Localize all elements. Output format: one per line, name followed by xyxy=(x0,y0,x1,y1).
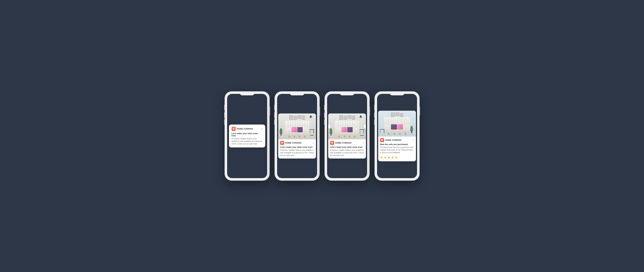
rich-notification-card-2: HOME FURNISH × Lets's make your wish com… xyxy=(278,114,316,158)
picture-frame-3-2 xyxy=(344,116,347,120)
notification-image-2 xyxy=(278,114,316,139)
wall-decor-3 xyxy=(339,115,355,120)
rating-stars[interactable]: ★ ★ ★ ★ ★ xyxy=(380,155,414,159)
sofa-back-3 xyxy=(335,121,359,127)
notification-body-1: Hi Emma. Captain Sofa in your wishlist i… xyxy=(232,137,263,145)
notification-body-2: Hi Emma. Captain Sofa in your wishlist i… xyxy=(280,149,314,157)
star-4[interactable]: ★ xyxy=(391,155,394,159)
rich-header-4: HOME FURNISH × xyxy=(378,136,416,142)
close-button-3[interactable]: × xyxy=(362,141,364,144)
notification-body-4: Hi Emma! How has your experience with Ca… xyxy=(380,146,414,154)
rich-notification-card-3: ‹ › HOME FURNISH × Lets's m xyxy=(328,114,366,158)
phone-notch-3 xyxy=(340,92,354,95)
star-5[interactable]: ★ xyxy=(395,155,398,159)
cushion-4-2 xyxy=(403,124,409,130)
app-logo-icon-4 xyxy=(381,139,383,141)
phone-notch-4 xyxy=(390,92,404,95)
header-left-3: HOME FURNISH xyxy=(330,141,352,145)
phone-notch-2 xyxy=(290,92,304,95)
app-name-4: HOME FURNISH xyxy=(385,139,402,141)
star-1[interactable]: ★ xyxy=(380,155,383,159)
floor-line-4 xyxy=(378,135,416,135)
app-icon-4 xyxy=(380,138,384,142)
table-leg-3-2 xyxy=(364,130,364,134)
picture-frame-3-4 xyxy=(352,116,355,120)
notification-title-1: Let's make your wish come true! xyxy=(232,132,263,137)
notification-title-2: Lets's make your wish come true! xyxy=(280,146,314,148)
cushion-4-floral xyxy=(397,124,403,130)
notification-body-3: Hi Emma. Captain Sofa in your wishlist i… xyxy=(330,149,364,157)
sofa-scene-4 xyxy=(378,111,416,136)
phone-2: HOME FURNISH × Lets's make your wish com… xyxy=(275,92,319,180)
table-legs-3 xyxy=(360,130,364,134)
app-icon-3 xyxy=(330,141,334,145)
sofa-cushions-3 xyxy=(335,127,359,132)
wall-decor-2 xyxy=(289,115,305,120)
notification-image-3: ‹ › xyxy=(328,114,366,139)
sofa-cushions-4 xyxy=(384,124,410,130)
close-button-1[interactable]: × xyxy=(261,128,262,130)
app-name-2: HOME FURNISH xyxy=(285,142,302,144)
cushion-3-accent xyxy=(347,127,353,132)
phone-screen-1: HOME FURNISH × Let's make your wish come… xyxy=(227,94,267,178)
picture-frame-3-1 xyxy=(339,115,343,120)
header-left-2: HOME FURNISH xyxy=(280,141,302,145)
wall-decor-4 xyxy=(391,113,403,117)
notification-title-4: Rate the sofa you purchased xyxy=(380,143,414,145)
rich-content-4: Rate the sofa you purchased Hi Emma! How… xyxy=(378,142,416,161)
header-left-4: HOME FURNISH xyxy=(380,138,402,142)
app-logo-icon-3 xyxy=(331,141,334,144)
floor-line-3 xyxy=(328,137,366,137)
sofa-seat-2 xyxy=(285,132,309,136)
star-3[interactable]: ★ xyxy=(388,155,390,159)
cushion-3-1 xyxy=(336,127,341,132)
table-shelf xyxy=(310,135,314,136)
cushion-3-2 xyxy=(353,127,358,132)
phones-container: HOME FURNISH × Let's make your wish come… xyxy=(225,92,419,180)
plant-2 xyxy=(280,128,282,136)
side-table-3 xyxy=(360,129,364,136)
table-leg-2 xyxy=(314,130,314,134)
picture-frame-4 xyxy=(302,116,305,120)
rich-notification-card-4: HOME FURNISH × Rate the sofa you purchas… xyxy=(378,111,416,161)
rich-content-3: Lets's make your wish come true! Hi Emma… xyxy=(328,145,366,158)
star-2[interactable]: ★ xyxy=(384,155,387,159)
rich-header-2: HOME FURNISH × xyxy=(278,139,316,145)
phone-notch-1 xyxy=(240,92,254,95)
floor-line-2 xyxy=(278,137,316,137)
sofa-2 xyxy=(285,121,309,137)
sofa-4 xyxy=(384,117,410,135)
close-button-4[interactable]: × xyxy=(412,139,414,141)
header-left-1: HOME FURNISH xyxy=(232,127,253,131)
picture-frame-4-2 xyxy=(400,113,403,117)
phone-screen-2: HOME FURNISH × Lets's make your wish com… xyxy=(277,94,317,178)
sofa-3 xyxy=(335,121,359,137)
cushion-1 xyxy=(286,127,291,132)
notification-title-3: Lets's make your wish come true! xyxy=(330,146,364,148)
geometric-lamp-2 xyxy=(309,115,312,119)
sofa-back-2 xyxy=(285,121,309,127)
cushion-2 xyxy=(303,127,308,132)
notification-image-4 xyxy=(378,111,416,136)
cushion-4-1 xyxy=(385,124,391,130)
phone-3: ‹ › HOME FURNISH × Lets's m xyxy=(325,92,369,180)
rich-content-2: Lets's make your wish come true! Hi Emma… xyxy=(278,145,316,158)
close-button-2[interactable]: × xyxy=(312,141,314,144)
table-leg-3-1 xyxy=(360,130,360,134)
app-logo-icon-2 xyxy=(281,141,284,144)
cushion-3-floral xyxy=(342,127,347,132)
app-name-3: HOME FURNISH xyxy=(335,142,352,144)
sofa-back-4 xyxy=(384,117,410,124)
sofa-cushions-2 xyxy=(285,127,309,132)
side-table-4-left xyxy=(380,129,384,133)
cushion-4-accent xyxy=(391,124,397,130)
sofa-scene-3 xyxy=(328,114,366,139)
phone-screen-3: ‹ › HOME FURNISH × Lets's m xyxy=(327,94,367,178)
table-leg-1 xyxy=(310,130,310,134)
plant-3 xyxy=(330,128,332,136)
sofa-seat-3 xyxy=(335,132,359,136)
table-shelf-3 xyxy=(360,135,364,136)
app-icon-2 xyxy=(280,141,284,145)
rich-header-3: HOME FURNISH × xyxy=(328,139,366,145)
picture-frame-1 xyxy=(289,115,293,120)
